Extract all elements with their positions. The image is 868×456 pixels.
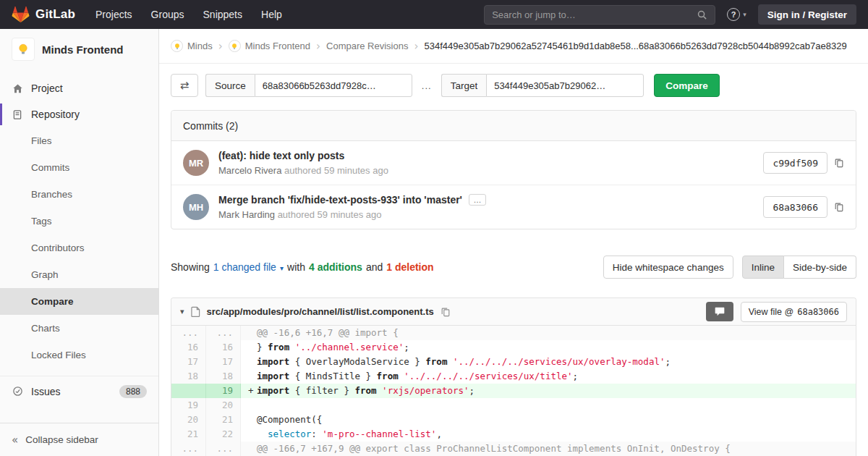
sidebar-item-repository[interactable]: Repository [0, 101, 158, 127]
help-icon: ? [727, 8, 740, 21]
sidebar-subitem-files[interactable]: Files [0, 127, 158, 154]
commit-sha[interactable]: c99df509 [763, 152, 827, 174]
commit-author-name[interactable]: Marcelo Rivera [218, 165, 281, 176]
code-token: selector [268, 427, 311, 442]
target-input[interactable] [486, 74, 644, 97]
code-token [447, 355, 453, 369]
commit-sha-group: 68a83066 [763, 196, 844, 218]
breadcrumb-link-label: Minds [187, 41, 213, 51]
diff-line-marker [248, 326, 257, 340]
changed-files-dropdown[interactable]: 1 changed file ▾ [213, 261, 284, 273]
code-token: from [268, 340, 289, 355]
diff-new-line-number[interactable]: 18 [206, 369, 241, 384]
breadcrumb-link-minds-frontend[interactable]: Minds Frontend [229, 40, 310, 52]
sidebar-subitem-commits[interactable]: Commits [0, 154, 158, 181]
breadcrumb-link-compare-revisions[interactable]: Compare Revisions [326, 41, 408, 51]
code-token: from [377, 369, 399, 384]
search-icon [697, 9, 707, 20]
diff-old-line-number[interactable]: 20 [171, 413, 206, 427]
diff-old-line-number[interactable]: 16 [171, 340, 206, 355]
collapse-sidebar-button[interactable]: « Collapse sidebar [0, 423, 158, 456]
commit-title-link[interactable]: (feat): hide text only posts [218, 150, 344, 161]
diff-new-line-number[interactable]: 20 [206, 398, 241, 413]
code-token: { MindsTitle } [289, 369, 376, 384]
diff-old-line-number[interactable]: 18 [171, 369, 206, 384]
sidebar-item-issues[interactable]: Issues 888 [0, 376, 158, 402]
diff-old-line-number[interactable]: ... [171, 326, 206, 340]
copy-sha-button[interactable] [834, 202, 844, 212]
file-path[interactable]: src/app/modules/pro/channel/list/list.co… [207, 306, 434, 317]
sidebar-item-label: Repository [31, 109, 80, 120]
diff-line-content: +import { filter } from 'rxjs/operators'… [241, 384, 856, 398]
navbar-menu: ProjectsGroupsSnippetsHelp [95, 9, 282, 20]
hide-whitespace-button[interactable]: Hide whitespace changes [603, 256, 733, 279]
commit-author-name[interactable]: Mark Harding [218, 209, 275, 220]
commit-meta-text: authored 59 minutes ago [281, 165, 388, 176]
diff-line-marker [248, 369, 257, 384]
view-file-label: View file @ [749, 307, 793, 317]
diff-line-marker [248, 398, 257, 413]
breadcrumb-separator-icon: › [218, 40, 223, 53]
sidebar-subitem-graph[interactable]: Graph [0, 261, 158, 288]
swap-icon: ⇄ [180, 79, 190, 92]
diff-line: 1920 [171, 398, 856, 413]
sidebar-subitem-locked-files[interactable]: Locked Files [0, 342, 158, 368]
commit-author-avatar[interactable]: MH [183, 194, 209, 220]
source-input[interactable] [255, 74, 412, 97]
sidebar-subitem-tags[interactable]: Tags [0, 208, 158, 235]
collapse-file-caret-icon[interactable]: ▾ [180, 307, 184, 316]
diff-old-line-number[interactable]: 21 [171, 427, 206, 442]
copy-file-path-button[interactable] [441, 307, 451, 317]
commit-expand-button[interactable]: … [469, 194, 486, 206]
diff-new-line-number[interactable]: 17 [206, 355, 241, 369]
gitlab-logo-link[interactable]: GitLab [12, 6, 75, 23]
sidebar-subitem-branches[interactable]: Branches [0, 181, 158, 208]
help-menu[interactable]: ? ▾ [727, 8, 746, 21]
toggle-comments-button[interactable] [706, 302, 733, 321]
nav-menu-item-groups[interactable]: Groups [151, 9, 184, 20]
project-context-header[interactable]: Minds Frontend [0, 29, 158, 67]
diff-old-line-number[interactable]: 19 [171, 398, 206, 413]
nav-menu-item-projects[interactable]: Projects [95, 9, 132, 20]
swap-revisions-button[interactable]: ⇄ [171, 74, 198, 97]
search-input[interactable] [492, 9, 697, 20]
diff-old-line-number[interactable] [171, 384, 206, 398]
diff-line-content: @@ -16,6 +16,7 @@ import { [241, 326, 856, 340]
commits-panel: Commits (2) MR(feat): hide text only pos… [171, 110, 856, 229]
code-token [257, 427, 268, 442]
code-token: ; [665, 355, 671, 369]
sign-in-button[interactable]: Sign in / Register [758, 4, 856, 25]
diff-new-line-number[interactable]: 19 [206, 384, 241, 398]
breadcrumb-separator-icon: › [414, 40, 418, 53]
diff-new-line-number[interactable]: 21 [206, 413, 241, 427]
side-by-side-view-button[interactable]: Side-by-side [784, 256, 856, 279]
sidebar-subitem-contributors[interactable]: Contributors [0, 235, 158, 261]
copy-icon [834, 202, 844, 212]
breadcrumb-link-minds[interactable]: Minds [171, 40, 213, 52]
caret-down-icon: ▾ [278, 264, 284, 272]
sidebar-subitem-compare[interactable]: Compare [0, 288, 158, 315]
diff-line-marker: + [248, 384, 257, 398]
commit-title-link[interactable]: Merge branch 'fix/hide-text-posts-933' i… [218, 194, 462, 206]
diff-new-line-number[interactable]: ... [206, 326, 241, 340]
diff-line: 2122 selector: 'm-pro--channel-list', [171, 427, 856, 442]
diff-new-line-number[interactable]: ... [206, 442, 241, 456]
diff-old-line-number[interactable]: 17 [171, 355, 206, 369]
diff-old-line-number[interactable]: ... [171, 442, 206, 456]
commits-panel-header: Commits (2) [171, 111, 856, 141]
nav-menu-item-help[interactable]: Help [261, 9, 282, 20]
commit-author-avatar[interactable]: MR [183, 150, 209, 176]
search-box[interactable] [484, 5, 715, 25]
code-token: import [257, 384, 289, 398]
inline-view-button[interactable]: Inline [742, 256, 784, 279]
sidebar-subitem-charts[interactable]: Charts [0, 315, 158, 342]
view-file-button[interactable]: View file @ 68a83066 [741, 302, 847, 322]
diff-new-line-number[interactable]: 22 [206, 427, 241, 442]
copy-sha-button[interactable] [834, 158, 844, 168]
compare-button[interactable]: Compare [654, 74, 720, 97]
diff-new-line-number[interactable]: 16 [206, 340, 241, 355]
nav-menu-item-snippets[interactable]: Snippets [203, 9, 242, 20]
code-token: { filter } [289, 384, 354, 398]
sidebar-item-project[interactable]: Project [0, 75, 158, 101]
commit-sha[interactable]: 68a83066 [763, 196, 827, 218]
